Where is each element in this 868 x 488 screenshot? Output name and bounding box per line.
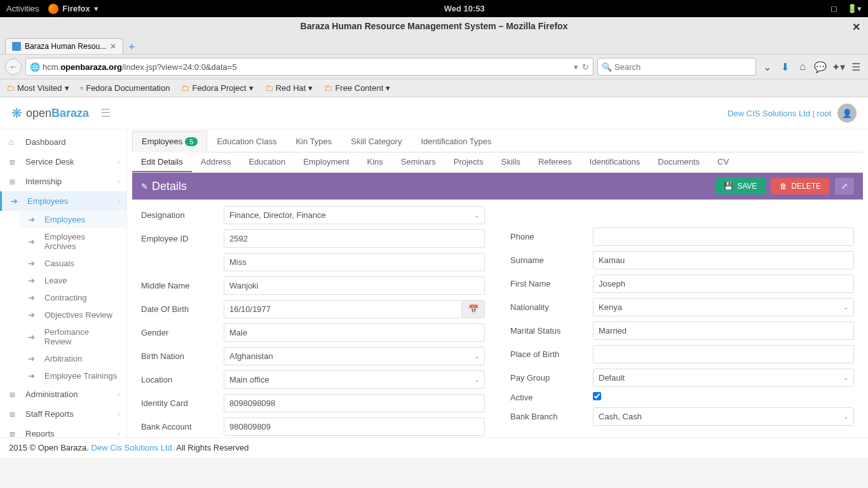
- downloads-icon[interactable]: ⬇: [778, 61, 792, 73]
- sidebar-sub-performance[interactable]: ➔Perfomance Review: [19, 323, 126, 350]
- tab-education-class[interactable]: Education Class: [207, 131, 286, 152]
- calendar-button[interactable]: 📅: [462, 300, 485, 318]
- pocket-icon[interactable]: ⌄: [760, 61, 774, 73]
- window-icon[interactable]: ◻: [831, 4, 837, 13]
- location-select[interactable]: Main office⌄: [224, 370, 485, 389]
- employee-id-input[interactable]: [224, 229, 485, 248]
- subtab-projects[interactable]: Projects: [445, 152, 492, 172]
- label-phone: Phone: [510, 232, 593, 241]
- expand-button[interactable]: ⤢: [835, 178, 854, 194]
- save-button[interactable]: 💾SAVE: [715, 178, 766, 194]
- window-close[interactable]: ✕: [852, 21, 860, 33]
- tab-kin-types[interactable]: Kin Types: [286, 131, 341, 152]
- logo[interactable]: ❋ openBaraza: [11, 105, 89, 121]
- back-button[interactable]: ←: [5, 58, 22, 75]
- bookmark-fedora-docs[interactable]: ▫Fedora Documentation: [81, 83, 170, 93]
- bookmark-fedora-project[interactable]: 🗀Fedora Project▾: [181, 83, 253, 93]
- active-checkbox[interactable]: [593, 392, 601, 400]
- addons-icon[interactable]: ✦▾: [831, 61, 845, 73]
- footer-link[interactable]: Dew Cis Solutions Ltd.: [92, 443, 175, 452]
- label-bank-account: Bank Account: [141, 422, 224, 431]
- subtab-documents[interactable]: Documents: [649, 152, 709, 172]
- sidebar-sub-arbitration[interactable]: ➔Arbitration: [19, 350, 126, 367]
- list-icon: ≣: [9, 157, 19, 166]
- clock[interactable]: Wed 10:53: [98, 4, 831, 13]
- search-bar[interactable]: 🔍: [597, 58, 756, 76]
- subtab-seminars[interactable]: Seminars: [392, 152, 445, 172]
- sidebar-sub-contracting[interactable]: ➔Contracting: [19, 289, 126, 306]
- sidebar-toggle[interactable]: ☰: [100, 106, 111, 120]
- sidebar-sub-archives[interactable]: ➔Employees Archives: [19, 228, 126, 255]
- nationality-select[interactable]: Kenya⌄: [593, 298, 854, 316]
- designation-select[interactable]: Finance, Director, Finance⌄: [224, 206, 485, 224]
- sidebar-item-employees[interactable]: ➔Employees‹: [0, 191, 126, 211]
- dropdown-icon[interactable]: ▾: [574, 62, 578, 72]
- menu-icon[interactable]: ☰: [849, 61, 863, 73]
- sidebar-sub-leave[interactable]: ➔Leave: [19, 272, 126, 289]
- first-name-input[interactable]: [593, 274, 854, 293]
- identity-card-input[interactable]: [224, 394, 485, 412]
- sub-tabs: Edit Details Address Education Employmen…: [132, 152, 863, 173]
- bookmark-red-hat[interactable]: 🗀Red Hat▾: [265, 83, 313, 93]
- browser-tab[interactable]: Baraza Human Resou... ✕: [5, 38, 123, 54]
- subtab-address[interactable]: Address: [192, 152, 240, 172]
- surname-input[interactable]: [593, 251, 854, 269]
- subtab-cv[interactable]: CV: [709, 152, 738, 172]
- pob-input[interactable]: [593, 345, 854, 363]
- sidebar-item-administration[interactable]: ≣Administration‹: [0, 384, 126, 404]
- bank-account-input[interactable]: [224, 417, 485, 436]
- subtab-referees[interactable]: Referees: [529, 152, 581, 172]
- gender-select[interactable]: Male: [224, 323, 485, 342]
- avatar[interactable]: 👤: [837, 104, 857, 123]
- subtab-skills[interactable]: Skills: [492, 152, 529, 172]
- label-birth-nation: Birth Nation: [141, 351, 224, 361]
- home-icon[interactable]: ⌂: [796, 61, 810, 72]
- label-employee-id: Employee ID: [141, 234, 224, 243]
- sidebar-item-staff-reports[interactable]: ≣Staff Reports‹: [0, 404, 126, 424]
- bank-branch-select[interactable]: Cash, Cash⌄: [593, 407, 854, 426]
- save-icon: 💾: [724, 182, 733, 191]
- sidebar-item-service-desk[interactable]: ≣Service Desk‹: [0, 152, 126, 172]
- sidebar-sub-casuals[interactable]: ➔Casuals: [19, 255, 126, 272]
- marital-select[interactable]: Married: [593, 322, 854, 340]
- title-select[interactable]: Miss: [224, 253, 485, 271]
- subtab-education[interactable]: Education: [240, 152, 294, 172]
- chevron-icon: ‹: [118, 430, 120, 437]
- sidebar-sub-objectives[interactable]: ➔Objectives Review: [19, 306, 126, 323]
- sidebar-item-reports[interactable]: ≣Reports‹: [0, 424, 126, 437]
- birth-nation-select[interactable]: Afghanistan⌄: [224, 347, 485, 365]
- tab-skill-category[interactable]: Skill Category: [341, 131, 411, 152]
- bookmark-free-content[interactable]: 🗀Free Content▾: [324, 83, 390, 93]
- subtab-identifications[interactable]: Identifications: [581, 152, 649, 172]
- reload-icon[interactable]: ↻: [582, 62, 589, 72]
- label-nationality: Nationality: [510, 302, 593, 312]
- tab-identification-types[interactable]: Identification Types: [411, 131, 501, 152]
- phone-input[interactable]: [593, 227, 854, 246]
- subtab-edit-details[interactable]: Edit Details: [132, 152, 192, 172]
- tab-employees[interactable]: Employees5: [132, 131, 207, 152]
- arrow-icon: ➔: [28, 310, 38, 320]
- user-area[interactable]: Dew CIS Solutions Ltd | root 👤: [728, 104, 857, 123]
- chat-icon[interactable]: 💬: [813, 61, 827, 73]
- delete-button[interactable]: 🗑DELETE: [771, 178, 830, 194]
- sidebar-sub-employees[interactable]: ➔Employees: [19, 211, 126, 228]
- dob-input[interactable]: [224, 300, 462, 318]
- app-menu[interactable]: Firefox: [62, 4, 90, 13]
- new-tab-button[interactable]: +: [128, 41, 135, 54]
- sidebar-sub-trainings[interactable]: ➔Employee Trainings: [19, 367, 126, 384]
- middle-name-input[interactable]: [224, 276, 485, 295]
- tab-close[interactable]: ✕: [110, 42, 116, 51]
- url-bar[interactable]: 🌐 hcm.openbaraza.org/index.jsp?view=24:0…: [25, 58, 593, 76]
- subtab-kins[interactable]: Kins: [358, 152, 392, 172]
- chevron-down-icon: ⌄: [843, 304, 848, 311]
- activities[interactable]: Activities: [6, 4, 39, 13]
- bookmark-most-visited[interactable]: 🗀Most Visited▾: [6, 83, 69, 93]
- subtab-employment[interactable]: Employment: [294, 152, 358, 172]
- sidebar-item-internship[interactable]: ≣Internship‹: [0, 172, 126, 191]
- search-input[interactable]: [614, 62, 752, 72]
- sidebar-item-dashboard[interactable]: ⌂Dashboard: [0, 132, 126, 152]
- pay-group-select[interactable]: Default⌄: [593, 369, 854, 387]
- label-gender: Gender: [141, 328, 224, 337]
- label-dob: Date Of Birth: [141, 304, 224, 314]
- system-menu[interactable]: 🔋▾: [847, 4, 862, 13]
